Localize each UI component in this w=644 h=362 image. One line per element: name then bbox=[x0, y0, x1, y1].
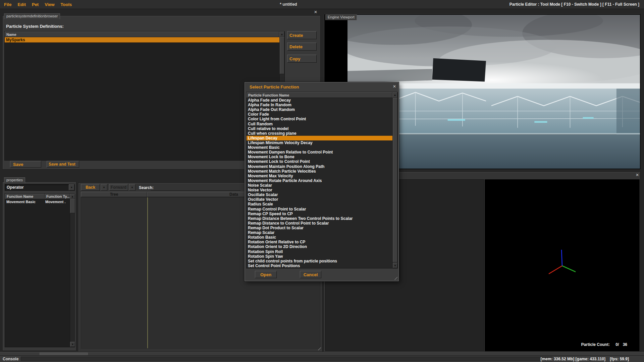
particle-function-item[interactable]: Color Light from Control Point bbox=[247, 117, 392, 121]
tab-properties[interactable]: properties bbox=[4, 177, 25, 183]
particle-function-item[interactable]: Noise Vector bbox=[247, 188, 392, 192]
definitions-heading: Particle System Definitions: bbox=[6, 24, 64, 29]
particle-function-item[interactable]: Lifespan Minimum Velocity Decay bbox=[247, 140, 392, 145]
particle-function-item[interactable]: Color Fade bbox=[247, 112, 392, 117]
browser-close-icon[interactable]: ✕ bbox=[314, 10, 317, 14]
particle-function-item-label: Oscillate Vector bbox=[248, 197, 278, 202]
operator-dropdown-value: Operator bbox=[5, 185, 69, 190]
copy-button[interactable]: Copy bbox=[287, 55, 317, 63]
particle-function-item[interactable]: Remap Scalar bbox=[247, 230, 392, 235]
search-input[interactable] bbox=[151, 184, 240, 191]
particle-function-item[interactable]: Movement Rotate Particle Around Axis bbox=[247, 178, 392, 183]
particle-function-item[interactable]: Remap Distance to Control Point to Scala… bbox=[247, 221, 392, 226]
particle-count-current: 0/ bbox=[615, 342, 619, 347]
particle-function-item[interactable]: Movement Dampen Relative to Control Poin… bbox=[247, 150, 392, 155]
mode-info-label: Particle Editor : Tool Mode [ F10 - Swit… bbox=[509, 2, 639, 7]
particle-function-item[interactable]: Rotation Spin Roll bbox=[247, 249, 392, 254]
create-button[interactable]: Create bbox=[287, 31, 317, 39]
function-row[interactable]: Movement Basic Movement . bbox=[5, 199, 70, 204]
properties-scrollbar-thumb[interactable] bbox=[70, 199, 75, 213]
console-input[interactable] bbox=[21, 357, 552, 361]
particle-function-item[interactable]: Oscillate Scalar bbox=[247, 192, 392, 197]
particle-function-item[interactable]: Movement Basic bbox=[247, 145, 392, 150]
status-bar: Console [mem: 336.52 Mb] [game: 433.110]… bbox=[0, 355, 644, 362]
particle-function-item[interactable]: Lifespan Decay bbox=[247, 136, 392, 140]
save-button[interactable]: Save bbox=[10, 161, 41, 168]
particle-function-item[interactable]: Radius Scale bbox=[247, 202, 392, 206]
properties-panel: Operator ▼ Function Name Function Ty... … bbox=[2, 182, 76, 351]
column-header-tree: Tree bbox=[81, 192, 147, 197]
particle-function-item[interactable]: Noise Scalar bbox=[247, 183, 392, 188]
forward-dropdown-icon[interactable]: ▼ bbox=[129, 184, 136, 191]
horizontal-splitter[interactable] bbox=[0, 352, 644, 355]
splitter-thumb[interactable] bbox=[40, 353, 88, 355]
particle-function-item[interactable]: Rotation Orient Relative to CP bbox=[247, 240, 392, 244]
dock-close-icon[interactable]: ✕ bbox=[636, 173, 639, 177]
particle-function-item[interactable]: Movement Match Particle Velocities bbox=[247, 169, 392, 174]
menu-item[interactable]: File bbox=[1, 2, 14, 7]
console-label: Console bbox=[3, 357, 18, 361]
particle-function-item[interactable]: Alpha Fade Out Random bbox=[247, 107, 392, 112]
menu-item[interactable]: Tools bbox=[58, 2, 75, 7]
particle-function-item[interactable]: Movement Lock to Bone bbox=[247, 155, 392, 159]
particle-function-item[interactable]: Alpha Fade and Decay bbox=[247, 98, 392, 103]
particle-function-item[interactable]: Cull Random bbox=[247, 122, 392, 126]
column-header-name: Name bbox=[5, 32, 279, 37]
particle-function-item[interactable]: Alpha Fade In Random bbox=[247, 103, 392, 107]
particle-function-item[interactable]: Remap Dot Product to Scalar bbox=[247, 226, 392, 230]
particle-function-item-label: Movement Lock to Bone bbox=[248, 155, 294, 159]
scroll-up-icon[interactable]: ▲ bbox=[392, 92, 397, 98]
particle-function-item[interactable]: Remap CP Speed to CP bbox=[247, 212, 392, 216]
particle-function-item-label: Noise Scalar bbox=[248, 183, 272, 188]
particle-function-item[interactable]: Set child control points from particle p… bbox=[247, 259, 392, 263]
particle-function-item[interactable]: Movement Maintain Position Along Path bbox=[247, 164, 392, 169]
function-type-cell: Movement . bbox=[45, 200, 70, 204]
particle-function-item-label: Movement Match Particle Velocities bbox=[248, 169, 316, 174]
particle-function-item-label: Remap CP Speed to CP bbox=[248, 212, 293, 216]
menu-item[interactable]: Edit bbox=[14, 2, 29, 7]
dialog-scrollbar-thumb[interactable] bbox=[393, 98, 397, 262]
scroll-up-icon[interactable]: ▲ bbox=[279, 32, 284, 37]
back-button[interactable]: Back bbox=[81, 184, 100, 191]
open-button[interactable]: Open bbox=[255, 271, 277, 278]
particle-function-item[interactable]: Remap Distance Between Two Control Point… bbox=[247, 216, 392, 221]
dialog-resize-grip[interactable] bbox=[393, 276, 397, 280]
menu-item[interactable]: View bbox=[42, 2, 57, 7]
dialog-scrollbar-track[interactable]: ▼ bbox=[392, 98, 397, 268]
scroll-down-icon[interactable]: ▼ bbox=[393, 263, 397, 268]
dialog-close-icon[interactable]: ✕ bbox=[393, 84, 396, 88]
definition-row[interactable]: MySparks bbox=[5, 37, 279, 43]
properties-scrollbar-track[interactable]: ▼ bbox=[70, 199, 75, 347]
save-and-test-button[interactable]: Save and Test bbox=[47, 161, 79, 168]
particle-function-item-label: Movement Max Velocity bbox=[248, 174, 293, 178]
scroll-up-icon[interactable]: ▲ bbox=[70, 194, 75, 199]
particle-function-item[interactable]: Movement Max Velocity bbox=[247, 174, 392, 178]
tab-engine-viewport[interactable]: Engine Viewport bbox=[325, 14, 357, 20]
particle-function-item[interactable]: Oscillate Vector bbox=[247, 197, 392, 202]
back-dropdown-icon[interactable]: ▼ bbox=[101, 184, 107, 191]
particle-function-item[interactable]: Rotation Basic bbox=[247, 235, 392, 240]
particle-function-item[interactable]: Rotation Orient to 2D Direction bbox=[247, 244, 392, 249]
particle-function-item-label: Lifespan Minimum Velocity Decay bbox=[248, 140, 313, 145]
chevron-down-icon[interactable]: ▼ bbox=[69, 184, 74, 190]
particle-function-item[interactable]: Movement Lock to Control Point bbox=[247, 159, 392, 164]
particle-function-item[interactable]: Remap Control Point to Scalar bbox=[247, 207, 392, 212]
forward-button[interactable]: Forward bbox=[109, 184, 128, 191]
delete-button[interactable]: Delete bbox=[287, 43, 317, 51]
cancel-button[interactable]: Cancel bbox=[300, 271, 321, 278]
particle-function-item-label: Alpha Fade Out Random bbox=[248, 107, 295, 112]
tab-particlesystemdefinitionbrowser[interactable]: particlesystemdefinitionbrowser bbox=[4, 13, 60, 19]
particle-function-item[interactable]: Cull when crossing plane bbox=[247, 131, 392, 136]
menu-item[interactable]: Pet bbox=[29, 2, 42, 7]
dialog-title: Select Particle Function bbox=[250, 84, 299, 89]
particle-function-item[interactable]: Cull relative to model bbox=[247, 126, 392, 131]
particle-function-item[interactable]: Rotation Spin Yaw bbox=[247, 254, 392, 259]
particle-function-item-label: Rotation Spin Yaw bbox=[248, 254, 283, 259]
operator-dropdown[interactable]: Operator ▼ bbox=[5, 184, 75, 191]
definitions-list: Name ▲ MySparks bbox=[4, 31, 285, 161]
tree-column-divider[interactable] bbox=[147, 197, 148, 348]
browser-scrollbar-thumb[interactable] bbox=[280, 37, 284, 74]
particle-function-item[interactable]: Set Control Point Positions bbox=[247, 263, 392, 268]
scroll-down-icon[interactable]: ▼ bbox=[70, 342, 75, 347]
particle-function-item-label: Movement Lock to Control Point bbox=[248, 159, 310, 164]
